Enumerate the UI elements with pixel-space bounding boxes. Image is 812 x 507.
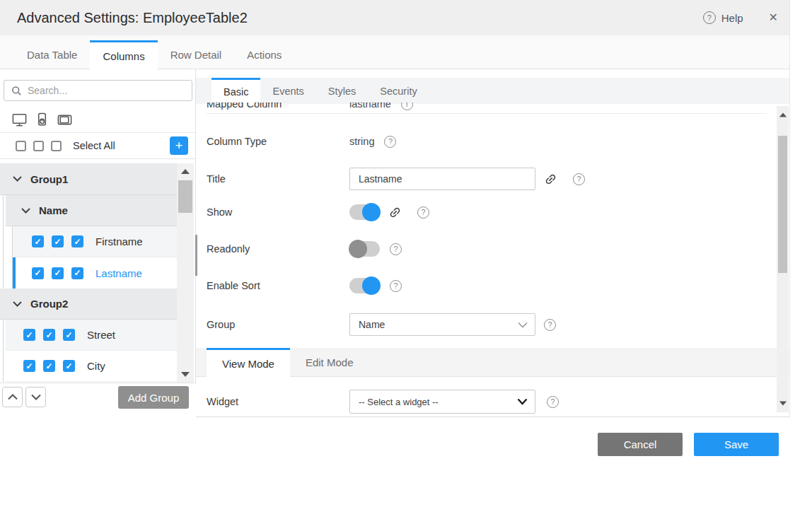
add-group-button[interactable]: Add Group <box>118 386 189 409</box>
tab-edit-mode[interactable]: Edit Mode <box>290 348 369 377</box>
tab-row-detail[interactable]: Row Detail <box>158 40 235 69</box>
group-select[interactable]: Name <box>349 313 535 336</box>
firstname-tablet-checkbox[interactable]: ✓ <box>71 235 83 247</box>
save-button[interactable]: Save <box>694 433 779 456</box>
enable-sort-label: Enable Sort <box>207 280 349 291</box>
help-button[interactable]: ? Help <box>703 11 743 24</box>
panel-divider-scrollbar[interactable] <box>195 235 197 276</box>
scrollbar-thumb[interactable] <box>178 180 192 213</box>
dialog-header: Advanced Settings: EmployeeTable2 ? Help… <box>0 0 790 35</box>
link-icon[interactable] <box>544 173 557 186</box>
dialog-title: Advanced Settings: EmployeeTable2 <box>17 10 248 26</box>
sidebar-bottom-bar: Add Group <box>0 383 196 417</box>
street-mobile-checkbox[interactable]: ✓ <box>43 329 55 341</box>
help-icon[interactable]: ? <box>573 173 585 185</box>
mapped-column-row: Mapped Column lastname i <box>196 103 767 113</box>
widget-row: Widget -- Select a widget -- ? <box>207 390 559 414</box>
chevron-down-icon <box>21 208 30 214</box>
tab-events[interactable]: Events <box>260 78 315 104</box>
column-type-row: Column Type string ? <box>207 132 396 151</box>
readonly-label: Readonly <box>207 243 349 255</box>
column-item-city[interactable]: ✓ ✓ ✓ City <box>6 351 177 382</box>
firstname-label: Firstname <box>95 235 143 247</box>
enable-sort-toggle[interactable] <box>349 278 380 293</box>
help-icon[interactable]: ? <box>417 206 429 218</box>
search-icon <box>11 86 22 96</box>
help-icon[interactable]: ? <box>547 396 559 408</box>
widget-label: Widget <box>207 396 349 407</box>
show-toggle[interactable] <box>349 204 380 220</box>
city-label: City <box>87 360 105 372</box>
lastname-label: Lastname <box>95 267 142 279</box>
settings-tab-bar: Basic Events Styles Security <box>196 78 789 104</box>
group1-label: Group1 <box>30 173 68 185</box>
tab-basic[interactable]: Basic <box>211 78 260 104</box>
column-item-firstname[interactable]: ✓ ✓ ✓ Firstname <box>13 226 177 257</box>
column-item-street[interactable]: ✓ ✓ ✓ Street <box>6 320 177 351</box>
name-subgroup-header[interactable]: Name <box>6 195 177 226</box>
panel-scrollbar[interactable] <box>777 106 789 412</box>
help-icon[interactable]: ? <box>390 243 402 255</box>
lastname-mobile-checkbox[interactable]: ✓ <box>52 267 64 279</box>
desktop-icon[interactable] <box>11 112 28 128</box>
help-icon[interactable]: ? <box>544 319 556 331</box>
street-tablet-checkbox[interactable]: ✓ <box>63 329 75 341</box>
close-icon[interactable]: ✕ <box>769 12 778 23</box>
group-select-value: Name <box>359 319 385 330</box>
tab-actions[interactable]: Actions <box>234 40 294 69</box>
group2-header[interactable]: Group2 <box>0 289 177 320</box>
search-box[interactable] <box>4 80 192 101</box>
sidebar-scrollbar[interactable] <box>177 163 194 383</box>
move-down-button[interactable] <box>25 387 46 407</box>
city-tablet-checkbox[interactable]: ✓ <box>63 360 75 372</box>
scroll-down-arrow[interactable] <box>181 372 190 377</box>
firstname-mobile-checkbox[interactable]: ✓ <box>52 235 64 247</box>
scroll-down-arrow[interactable] <box>779 402 787 406</box>
help-icon[interactable]: ? <box>384 136 396 148</box>
firstname-desktop-checkbox[interactable]: ✓ <box>32 235 44 247</box>
move-up-button[interactable] <box>2 387 23 407</box>
group1-header[interactable]: Group1 <box>0 163 177 195</box>
widget-select[interactable]: -- Select a widget -- <box>349 390 535 414</box>
column-settings-panel: Basic Events Styles Security Mapped Colu… <box>196 69 789 416</box>
tablet-icon[interactable] <box>57 112 73 128</box>
readonly-row: Readonly ? <box>207 240 402 258</box>
select-all-desktop-checkbox[interactable] <box>16 141 26 151</box>
mapped-column-label: Mapped Column <box>207 103 349 110</box>
tab-styles[interactable]: Styles <box>316 78 369 104</box>
street-desktop-checkbox[interactable]: ✓ <box>23 329 35 341</box>
readonly-toggle[interactable] <box>349 241 380 257</box>
tab-data-table[interactable]: Data Table <box>14 40 90 69</box>
help-icon[interactable]: ? <box>390 280 402 292</box>
select-all-tablet-checkbox[interactable] <box>51 141 62 151</box>
help-label: Help <box>721 12 743 24</box>
group2-label: Group2 <box>30 298 68 310</box>
add-column-button[interactable]: + <box>170 136 188 155</box>
select-all-mobile-checkbox[interactable] <box>33 141 44 151</box>
info-icon[interactable]: i <box>401 103 413 110</box>
chevron-down-icon <box>518 322 528 328</box>
tab-security[interactable]: Security <box>368 78 429 104</box>
city-mobile-checkbox[interactable]: ✓ <box>43 360 55 372</box>
search-input[interactable] <box>28 85 169 96</box>
chevron-up-icon <box>8 394 18 400</box>
scroll-up-arrow[interactable] <box>181 169 190 174</box>
lastname-desktop-checkbox[interactable]: ✓ <box>32 267 44 279</box>
title-input[interactable] <box>349 168 535 190</box>
lastname-tablet-checkbox[interactable]: ✓ <box>71 267 83 279</box>
mobile-icon[interactable] <box>34 112 50 128</box>
chevron-down-icon <box>13 301 22 307</box>
device-icons-row <box>0 107 196 133</box>
column-item-lastname-selected[interactable]: ✓ ✓ ✓ Lastname <box>13 257 177 289</box>
column-group-list: Group1 Name ✓ ✓ ✓ Firstname ✓ ✓ <box>0 163 196 383</box>
tab-view-mode[interactable]: View Mode <box>207 348 290 378</box>
row-divider <box>207 113 767 114</box>
name-subgroup-label: Name <box>39 204 68 216</box>
city-desktop-checkbox[interactable]: ✓ <box>23 360 35 372</box>
show-row: Show ? <box>207 203 429 221</box>
scroll-up-arrow[interactable] <box>779 113 787 117</box>
cancel-button[interactable]: Cancel <box>598 433 683 456</box>
link-icon[interactable] <box>388 206 402 219</box>
scrollbar-thumb[interactable] <box>778 136 787 273</box>
tab-columns[interactable]: Columns <box>90 40 157 70</box>
